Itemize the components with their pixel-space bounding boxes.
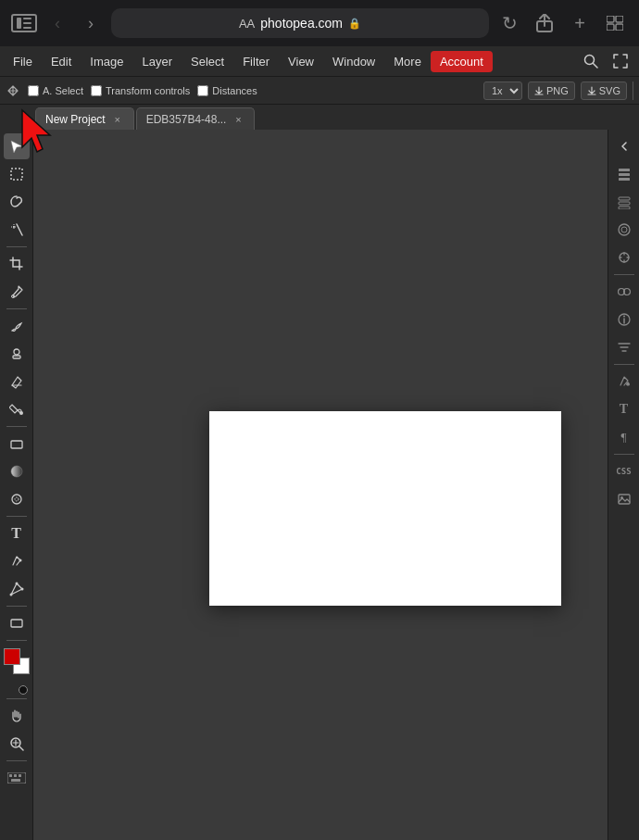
svg-point-24 (12, 495, 21, 504)
svg-rect-57 (619, 495, 630, 504)
svg-point-27 (20, 588, 23, 591)
svg-rect-37 (14, 774, 17, 777)
svg-point-53 (623, 316, 625, 318)
svg-rect-39 (11, 779, 20, 782)
tabs-overview-button[interactable] (602, 10, 628, 36)
svg-rect-40 (619, 169, 630, 171)
domain-label: photopea.com (260, 16, 343, 31)
info-panel-button[interactable] (611, 307, 637, 332)
hand-tool-button[interactable] (4, 703, 30, 729)
svg-point-25 (15, 497, 19, 501)
align-panel-button[interactable] (611, 334, 637, 360)
menu-file[interactable]: File (4, 51, 42, 72)
autoselect-checkbox[interactable] (28, 85, 39, 96)
menu-edit[interactable]: Edit (42, 51, 81, 72)
move-tool-button[interactable] (4, 133, 30, 159)
tab-edb-close[interactable]: × (232, 113, 244, 126)
svg-rect-41 (619, 173, 630, 176)
tab-new-project[interactable]: New Project × (35, 107, 134, 130)
svg-rect-6 (616, 16, 623, 22)
reload-button[interactable]: ↻ (496, 10, 522, 36)
new-tab-button[interactable]: + (567, 10, 593, 36)
pathops-panel-button[interactable] (611, 279, 637, 305)
quick-mask-button[interactable] (19, 685, 28, 695)
keyboard-shortcuts-button[interactable] (4, 765, 30, 791)
rect-shape-tool-button[interactable] (4, 610, 30, 636)
text-tool-button[interactable]: T (4, 520, 30, 546)
export-png-button[interactable]: PNG (528, 81, 575, 100)
svg-rect-44 (619, 202, 630, 205)
magic-wand-button[interactable] (4, 217, 30, 243)
tab-edb-label: EDB357B4-48... (146, 113, 227, 126)
svg-line-10 (594, 64, 598, 69)
transform-controls-label[interactable]: Transform controls (91, 85, 190, 96)
menu-fullscreen-button[interactable] (606, 50, 635, 72)
menu-select[interactable]: Select (182, 51, 233, 72)
blur-tool-button[interactable] (4, 486, 30, 512)
foreground-color-swatch[interactable] (4, 648, 20, 665)
collapse-panel-button[interactable] (611, 133, 637, 159)
adjustment-panel-button[interactable] (611, 244, 637, 270)
eyedropper-tool-button[interactable] (4, 279, 30, 305)
image-panel-button[interactable] (611, 486, 637, 512)
main-layout: T (0, 130, 639, 840)
shape-tool-button[interactable] (4, 431, 30, 457)
zoom-selector[interactable]: 1x (483, 81, 522, 100)
paragraph-panel-button[interactable]: ¶ (611, 424, 637, 450)
menu-bar: File Edit Image Layer Select Filter View… (0, 46, 639, 76)
menu-filter[interactable]: Filter (233, 51, 279, 72)
fill-tool-button[interactable] (4, 396, 30, 422)
stamp-tool-button[interactable] (4, 341, 30, 367)
lasso-tool-button[interactable] (4, 189, 30, 215)
svg-rect-2 (23, 22, 31, 24)
css-panel-button[interactable]: CSS (611, 458, 637, 484)
distances-checkbox[interactable] (197, 85, 208, 96)
share-button[interactable] (532, 10, 558, 36)
svg-rect-1 (23, 18, 31, 19)
layers-panel-button[interactable] (611, 189, 637, 215)
menu-search-button[interactable] (576, 50, 606, 72)
text-panel-button[interactable]: T (611, 396, 637, 422)
menu-view[interactable]: View (279, 51, 323, 72)
svg-rect-36 (9, 774, 12, 777)
gradient-tool-button[interactable] (4, 458, 30, 484)
move-tool-icon (6, 83, 20, 98)
forward-button[interactable]: › (78, 10, 104, 36)
marquee-tool-button[interactable] (4, 161, 30, 187)
sidebar-toggle-button[interactable] (11, 14, 37, 32)
brush-tool-button[interactable] (4, 313, 30, 339)
svg-point-46 (619, 224, 630, 235)
tab-edb[interactable]: EDB357B4-48... × (136, 107, 256, 130)
pen-tool-button[interactable] (4, 548, 30, 574)
transform-controls-checkbox[interactable] (91, 85, 102, 96)
distances-label[interactable]: Distances (197, 85, 257, 96)
svg-rect-35 (7, 772, 26, 784)
menu-image[interactable]: Image (81, 51, 132, 72)
left-toolbar: T (0, 130, 33, 840)
autoselect-label[interactable]: A. Select (28, 85, 83, 96)
svg-rect-22 (11, 441, 22, 448)
menu-more[interactable]: More (384, 51, 431, 72)
eraser-tool-button[interactable] (4, 369, 30, 395)
export-svg-button[interactable]: SVG (581, 81, 627, 100)
back-button[interactable]: ‹ (44, 10, 70, 36)
menu-account[interactable]: Account (431, 51, 493, 72)
tab-new-project-close[interactable]: × (111, 113, 124, 126)
css-label: CSS (616, 467, 631, 476)
svg-point-47 (621, 227, 627, 232)
fill-panel-button[interactable] (611, 369, 637, 395)
zoom-tool-button[interactable] (4, 731, 30, 757)
canvas-area[interactable] (33, 130, 608, 840)
mask-panel-button[interactable] (611, 217, 637, 243)
svg-rect-0 (17, 18, 21, 29)
crop-tool-button[interactable] (4, 251, 30, 277)
svg-rect-42 (619, 178, 630, 181)
color-swatches[interactable] (4, 648, 30, 674)
menu-window[interactable]: Window (323, 51, 384, 72)
history-panel-button[interactable] (611, 161, 637, 187)
tab-new-project-label: New Project (45, 113, 106, 126)
url-bar[interactable]: AA photopea.com 🔒 (111, 8, 489, 38)
path-select-tool-button[interactable] (4, 576, 30, 602)
menu-layer[interactable]: Layer (133, 51, 182, 72)
svg-rect-5 (607, 16, 614, 22)
